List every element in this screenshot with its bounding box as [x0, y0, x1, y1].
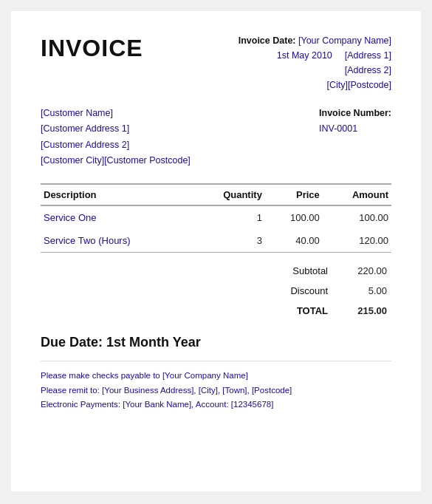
invoice-number-value: INV-0001	[319, 123, 357, 134]
address1: [Address 1]	[345, 50, 391, 61]
row-price: 40.00	[265, 229, 323, 253]
payment-note-2: Please remit to: [Your Business Address]…	[41, 384, 391, 398]
header-section: INVOICE Invoice Date: [Your Company Name…	[41, 33, 391, 92]
customer-name: [Customer Name]	[41, 106, 191, 121]
subtotal-row: Subtotal 220.00	[42, 262, 390, 280]
table-header-row: Description Quantity Price Amount	[41, 184, 391, 205]
customer-city-postcode: [Customer City][Customer Postcode]	[41, 153, 191, 168]
row-price: 100.00	[265, 205, 323, 229]
col-description: Description	[41, 184, 192, 205]
info-section: [Customer Name] [Customer Address 1] [Cu…	[41, 106, 391, 168]
discount-row: Discount 5.00	[42, 282, 390, 300]
invoice-date-value: 1st May 2010	[277, 50, 332, 61]
row-qty: 1	[192, 205, 265, 229]
invoice-date-label: Invoice Date:	[239, 35, 296, 46]
col-amount: Amount	[323, 184, 391, 205]
invoice-table: Description Quantity Price Amount Servic…	[41, 183, 391, 253]
header-right: Invoice Date: [Your Company Name] 1st Ma…	[239, 33, 391, 92]
discount-label: Discount	[250, 282, 337, 300]
col-quantity: Quantity	[192, 184, 265, 205]
subtotals-table: Subtotal 220.00 Discount 5.00 TOTAL 215.…	[41, 260, 391, 321]
row-desc: Service One	[41, 205, 192, 229]
discount-value: 5.00	[338, 282, 390, 300]
customer-info: [Customer Name] [Customer Address 1] [Cu…	[41, 106, 191, 168]
due-date: Due Date: 1st Month Year	[41, 335, 391, 350]
customer-address2: [Customer Address 2]	[41, 137, 191, 153]
company-name: [Your Company Name]	[298, 35, 391, 46]
row-amount: 120.00	[323, 229, 391, 253]
total-label: TOTAL	[250, 302, 337, 320]
table-row: Service One 1 100.00 100.00	[41, 205, 391, 229]
row-qty: 3	[192, 229, 265, 253]
total-row: TOTAL 215.00	[42, 302, 390, 320]
total-value: 215.00	[338, 302, 390, 320]
invoice-number-label: Invoice Number:	[319, 108, 391, 118]
payment-note-1: Please make checks payable to [Your Comp…	[41, 369, 391, 384]
invoice-page: INVOICE Invoice Date: [Your Company Name…	[11, 11, 421, 491]
divider-row	[41, 253, 391, 253]
subtotal-label: Subtotal	[250, 262, 337, 280]
row-desc: Service Two (Hours)	[41, 229, 192, 253]
subtotal-value: 220.00	[338, 262, 390, 280]
customer-address1: [Customer Address 1]	[41, 121, 191, 137]
address2: [Address 2]	[345, 65, 391, 75]
row-amount: 100.00	[323, 205, 391, 229]
invoice-title: INVOICE	[41, 36, 143, 92]
payment-note-3: Electronic Payments: [Your Bank Name], A…	[41, 398, 391, 412]
city-postcode: [City][Postcode]	[326, 80, 391, 90]
invoice-number-block: Invoice Number: INV-0001	[319, 106, 391, 168]
col-price: Price	[265, 184, 323, 205]
payment-notes: Please make checks payable to [Your Comp…	[41, 361, 391, 412]
table-row: Service Two (Hours) 3 40.00 120.00	[41, 229, 391, 253]
